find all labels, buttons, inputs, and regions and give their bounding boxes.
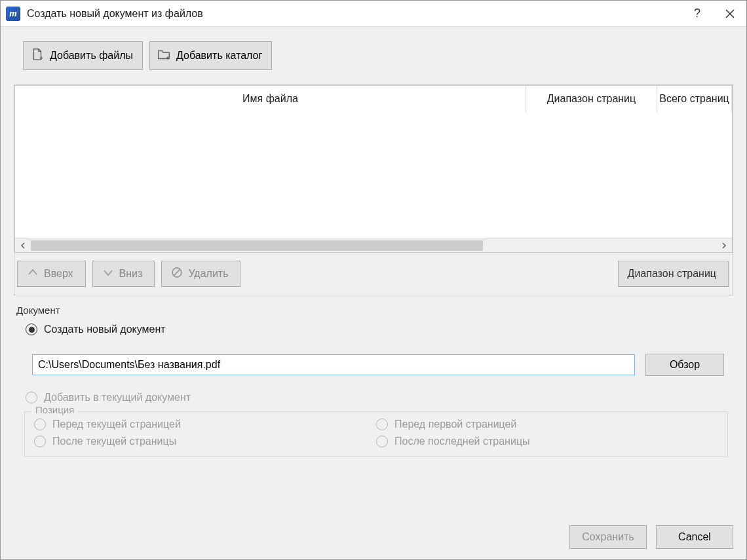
move-up-label: Вверх [44, 268, 73, 280]
folder-add-icon [157, 47, 171, 64]
add-folder-button[interactable]: Добавить каталог [149, 41, 272, 70]
position-group: Позиция Перед текущей страницей Перед пе… [24, 411, 728, 457]
add-to-current-label: Добавить в текущий документ [44, 392, 191, 403]
move-down-label: Вниз [119, 268, 143, 280]
prohibit-icon [171, 267, 183, 281]
chevron-down-icon [102, 267, 114, 281]
column-headers: Имя файла Диапазон страниц Всего страниц [15, 86, 732, 112]
radio-icon [376, 436, 388, 447]
browse-button[interactable]: Обзор [645, 354, 724, 376]
help-button[interactable]: ? [681, 1, 714, 27]
column-filename[interactable]: Имя файла [15, 86, 526, 112]
output-path-input[interactable] [32, 354, 635, 375]
titlebar: m Создать новый документ из файлов ? [1, 1, 746, 27]
close-button[interactable] [714, 1, 746, 27]
scroll-right-icon[interactable] [716, 238, 732, 252]
delete-label: Удалить [188, 268, 228, 280]
file-list: Имя файла Диапазон страниц Всего страниц [14, 85, 733, 253]
save-button[interactable]: Сохранить [569, 525, 647, 549]
create-new-document-radio[interactable]: Создать новый документ [14, 320, 733, 339]
column-page-range[interactable]: Диапазон страниц [526, 86, 657, 112]
list-actions: Вверх Вниз Удалить Диапазон страниц [14, 253, 733, 295]
position-after-current-radio: После текущей страницы [34, 436, 376, 447]
file-list-panel: Имя файла Диапазон страниц Всего страниц [14, 84, 733, 295]
column-total-pages[interactable]: Всего страниц [657, 86, 732, 112]
file-list-body[interactable] [15, 112, 732, 238]
position-before-first-radio: Перед первой страницей [376, 419, 718, 430]
file-add-icon [30, 47, 45, 64]
move-up-button[interactable]: Вверх [17, 261, 86, 287]
scroll-left-icon[interactable] [15, 238, 31, 252]
add-folder-label: Добавить каталог [176, 50, 262, 62]
position-after-last-label: После последней страницы [394, 436, 530, 447]
radio-icon [26, 324, 37, 335]
dialog-footer: Сохранить Cancel [14, 511, 733, 549]
move-down-button[interactable]: Вниз [92, 261, 155, 287]
create-new-document-label: Создать новый документ [44, 324, 166, 335]
add-to-current-radio: Добавить в текущий документ [14, 388, 733, 407]
position-legend: Позиция [31, 404, 78, 415]
page-range-label: Диапазон страниц [628, 268, 716, 280]
add-files-button[interactable]: Добавить файлы [23, 41, 143, 70]
horizontal-scrollbar[interactable] [15, 238, 732, 252]
position-before-current-radio: Перед текущей страницей [34, 419, 376, 430]
scroll-track[interactable] [31, 238, 716, 252]
add-files-label: Добавить файлы [50, 50, 133, 62]
page-range-button[interactable]: Диапазон страниц [618, 261, 729, 287]
position-before-first-label: Перед первой страницей [394, 419, 516, 430]
radio-icon [26, 392, 37, 403]
delete-button[interactable]: Удалить [161, 261, 240, 287]
position-before-current-label: Перед текущей страницей [52, 419, 181, 430]
document-group-label: Документ [16, 305, 733, 316]
dialog-body: Добавить файлы Добавить каталог Имя файл… [1, 27, 746, 559]
output-path-row: Обзор [14, 339, 733, 388]
radio-icon [34, 436, 46, 447]
cancel-button[interactable]: Cancel [656, 525, 733, 549]
radio-icon [376, 419, 388, 430]
app-icon: m [6, 7, 20, 21]
chevron-up-icon [27, 267, 39, 281]
window-title: Создать новый документ из файлов [27, 8, 203, 20]
position-after-current-label: После текущей страницы [52, 436, 176, 447]
radio-icon [34, 419, 46, 430]
add-toolbar: Добавить файлы Добавить каталог [14, 27, 733, 84]
scroll-thumb[interactable] [31, 240, 483, 251]
position-after-last-radio: После последней страницы [376, 436, 718, 447]
